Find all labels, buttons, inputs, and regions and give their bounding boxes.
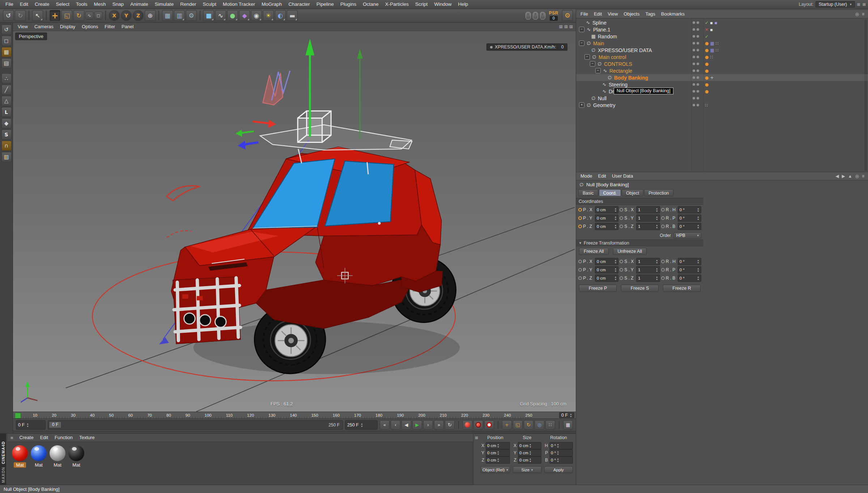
lock-workplane-icon[interactable]: ▥ bbox=[1, 152, 12, 162]
visibility-dots[interactable] bbox=[693, 97, 701, 99]
goto-start-button[interactable]: « bbox=[380, 420, 390, 430]
tag-badge[interactable]: ▪ bbox=[710, 27, 713, 32]
material-label[interactable]: Mat bbox=[70, 462, 82, 468]
tab-object[interactable]: Object bbox=[622, 189, 643, 196]
tag-badge[interactable]: ● bbox=[705, 48, 709, 52]
menubar-item[interactable]: File bbox=[2, 0, 17, 9]
menubar-item[interactable]: Simulate bbox=[152, 0, 177, 9]
menubar-item[interactable]: Octane bbox=[359, 0, 382, 9]
rail-separator[interactable] bbox=[1, 69, 12, 72]
keyframe-ring-icon[interactable] bbox=[578, 268, 582, 272]
value-field[interactable]: 0 °▲▼ bbox=[678, 206, 701, 213]
tree-row[interactable]: ∅ XPRESSO/USER DATA ●▦∷ bbox=[576, 47, 868, 54]
viewport-maximize-icon[interactable]: ⊞ bbox=[569, 24, 573, 29]
keyframe-ring-icon[interactable] bbox=[661, 225, 665, 228]
window-layout-icon[interactable]: ⊞ bbox=[863, 2, 866, 7]
value-field[interactable]: 0 cm▲▼ bbox=[595, 266, 618, 273]
keyframe-ring-icon[interactable] bbox=[620, 260, 623, 263]
menubar-item[interactable]: Snap bbox=[109, 0, 127, 9]
object-label[interactable]: Steering bbox=[609, 82, 627, 88]
viewport-menu-item[interactable]: Cameras bbox=[31, 23, 57, 31]
object-manager-menu-item[interactable]: Edit bbox=[591, 10, 605, 18]
tab-basic[interactable]: Basic bbox=[578, 189, 598, 196]
value-field[interactable]: 1▲▼ bbox=[636, 206, 660, 213]
freeze-section-header[interactable]: ▼ Freeze Transformation bbox=[576, 239, 703, 246]
render-picture-viewer-icon[interactable]: ▥ bbox=[174, 10, 185, 21]
value-field[interactable]: 1▲▼ bbox=[636, 214, 660, 222]
object-label[interactable]: Main bbox=[593, 41, 604, 46]
autokey-button[interactable] bbox=[473, 420, 483, 430]
material-label[interactable]: Mat bbox=[51, 462, 64, 468]
expander-icon[interactable]: − bbox=[595, 68, 601, 73]
menubar-item[interactable]: Sculpt bbox=[200, 0, 220, 9]
power-slider[interactable]: 0 F 250 F bbox=[48, 420, 343, 430]
menubar-item[interactable]: MoGraph bbox=[258, 0, 285, 9]
value-field[interactable]: 0 cm▲▼ bbox=[595, 206, 618, 213]
object-manager-menu-item[interactable]: Objects bbox=[621, 10, 642, 18]
record-parameter-toggle[interactable]: ◎ bbox=[535, 420, 544, 430]
next-frame-button[interactable]: › bbox=[423, 420, 433, 430]
tag-badge[interactable]: ● bbox=[705, 41, 709, 46]
tag-badge[interactable]: ● bbox=[705, 69, 709, 73]
object-manager-menu-item[interactable]: View bbox=[605, 10, 621, 18]
value-field[interactable]: 0 °▲▼ bbox=[678, 275, 701, 282]
psr-hud[interactable]: PSR 0 bbox=[549, 11, 558, 21]
expander-icon[interactable] bbox=[595, 82, 600, 87]
undo-icon[interactable]: ↺ bbox=[3, 10, 14, 21]
value-field[interactable]: 0 cm▲▼ bbox=[595, 258, 618, 265]
stepper-icon[interactable]: ▲▼ bbox=[557, 450, 559, 455]
tool-presets-icon[interactable]: ◻ bbox=[94, 12, 102, 20]
value-field[interactable]: 0 °▲▼ bbox=[678, 258, 701, 265]
visibility-dots[interactable] bbox=[693, 35, 701, 38]
tree-row[interactable]: ∿ Steering ● bbox=[576, 81, 868, 88]
tag-badge[interactable]: × bbox=[705, 27, 709, 32]
value-field[interactable]: 0 °▲▼ bbox=[678, 223, 701, 230]
render-settings-icon[interactable]: ⚙ bbox=[186, 10, 197, 21]
tab-protection[interactable]: Protection bbox=[644, 189, 673, 196]
coordinate-system-icon[interactable]: ⊕ bbox=[145, 10, 156, 21]
coordinate-field[interactable]: 0 cm ▲▼ bbox=[518, 456, 541, 464]
attribute-menu-item[interactable]: Edit bbox=[595, 172, 609, 180]
keyframe-ring-icon[interactable] bbox=[620, 208, 623, 212]
apply-button[interactable]: Apply bbox=[544, 466, 573, 473]
expander-icon[interactable] bbox=[579, 20, 584, 25]
render-view-icon[interactable]: ▦ bbox=[162, 10, 173, 21]
tree-row[interactable]: + ∅ Geometry ∷ bbox=[576, 102, 868, 109]
visibility-dots[interactable] bbox=[693, 76, 701, 79]
floor-icon[interactable]: ▬ bbox=[287, 10, 298, 21]
value-field[interactable]: 0 °▲▼ bbox=[678, 214, 701, 222]
stepper-icon[interactable]: ▲▼ bbox=[570, 413, 572, 418]
record-keyframe-button[interactable] bbox=[463, 420, 472, 430]
unfreeze-all-button[interactable]: Unfreeze All bbox=[613, 248, 647, 255]
menubar-item[interactable]: X-Particles bbox=[382, 0, 412, 9]
toolbar-separator[interactable] bbox=[29, 11, 29, 20]
coordinate-field[interactable]: 0 cm ▲▼ bbox=[518, 442, 541, 449]
tag-badge[interactable]: ● bbox=[705, 62, 709, 66]
object-manager-menu-item[interactable]: Tags bbox=[642, 10, 658, 18]
keyframe-ring-icon[interactable] bbox=[661, 276, 665, 280]
material-menu-item[interactable]: Edit bbox=[37, 434, 51, 442]
menubar-item[interactable]: Mesh bbox=[91, 0, 109, 9]
coordinate-field[interactable]: 0 cm ▲▼ bbox=[486, 449, 510, 456]
object-manager-menu-item[interactable]: File bbox=[578, 10, 591, 18]
value-field[interactable]: 0 cm▲▼ bbox=[595, 223, 618, 230]
tag-badge[interactable]: ∷ bbox=[710, 55, 713, 59]
redo-icon[interactable]: ↻ bbox=[15, 10, 26, 21]
menubar-item[interactable]: Edit bbox=[17, 0, 31, 9]
object-label[interactable]: Rectangle bbox=[609, 68, 632, 74]
value-field[interactable]: 0 °▲▼ bbox=[678, 266, 701, 273]
tag-badge[interactable]: ▦ bbox=[710, 41, 714, 46]
freeze-s-button[interactable]: Freeze S bbox=[621, 285, 659, 292]
generator-icon[interactable]: ● bbox=[227, 10, 238, 21]
tag-badge[interactable]: ✓ bbox=[705, 21, 709, 25]
toolbar-separator[interactable] bbox=[158, 11, 159, 20]
visibility-dots[interactable] bbox=[693, 83, 701, 86]
tree-row[interactable]: ▦ Random ✓ bbox=[576, 33, 868, 40]
stepper-icon[interactable]: ▲▼ bbox=[26, 422, 29, 428]
tag-badge[interactable]: ● bbox=[705, 55, 709, 59]
menubar-item[interactable]: Pipeline bbox=[313, 0, 337, 9]
object-label[interactable]: Random bbox=[598, 34, 617, 39]
visibility-dots[interactable] bbox=[693, 21, 701, 24]
visibility-dots[interactable] bbox=[693, 69, 701, 72]
tag-badge[interactable]: ∷ bbox=[716, 48, 719, 52]
